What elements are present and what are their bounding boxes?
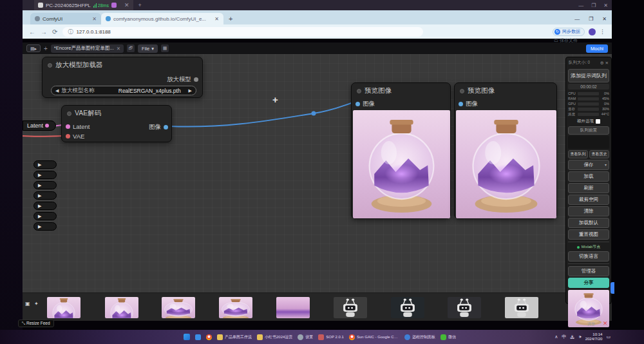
feed-thumbnail[interactable] bbox=[219, 297, 252, 318]
node-vae-decode[interactable]: VAE解码 Latent VAE 图像 bbox=[61, 105, 172, 142]
taskbar-app[interactable]: 远程控制面板 bbox=[404, 334, 435, 340]
feed-thumbnail[interactable] bbox=[391, 297, 424, 318]
feed-thumbnail[interactable] bbox=[334, 297, 367, 318]
clear-button[interactable]: 清除 bbox=[568, 206, 609, 216]
node-header[interactable]: VAE解码 bbox=[62, 106, 171, 120]
chevron-down-icon[interactable]: ▾ bbox=[605, 162, 607, 167]
taskbar-clock[interactable]: 10:14 2024/7/20 bbox=[585, 332, 603, 341]
network-icon[interactable]: 🖧 bbox=[570, 335, 574, 339]
load-default-button[interactable]: 加载默认 bbox=[568, 218, 609, 228]
minimize-icon[interactable]: — bbox=[574, 16, 580, 22]
view-queue-button[interactable]: 查看队列 bbox=[568, 150, 588, 158]
collapsed-node-stub[interactable]: ▶ bbox=[33, 212, 57, 220]
profile-avatar[interactable] bbox=[589, 28, 596, 35]
new-tab-button[interactable]: + bbox=[229, 15, 232, 23]
start-button[interactable] bbox=[184, 334, 190, 340]
output-upscale-model[interactable]: 放大模型 bbox=[167, 75, 198, 84]
output-dot-icon[interactable] bbox=[194, 77, 198, 82]
feed-star-icon[interactable]: ✦ bbox=[34, 301, 39, 307]
close-workflow-icon[interactable]: ✕ bbox=[117, 46, 120, 52]
input-image[interactable]: 图像 bbox=[459, 100, 478, 108]
output-image[interactable]: 图像 bbox=[149, 123, 168, 131]
clipspace-button[interactable]: 裁剪空间 bbox=[568, 195, 609, 205]
close-icon[interactable]: ✕ bbox=[603, 3, 608, 8]
collapsed-node-stub[interactable]: ▶ bbox=[33, 191, 57, 200]
collapse-dot-icon[interactable] bbox=[48, 63, 52, 68]
feed-thumbnail[interactable] bbox=[162, 297, 195, 318]
checkbox-icon[interactable] bbox=[596, 119, 600, 124]
node-header[interactable]: 预览图像 bbox=[352, 83, 450, 97]
new-session-button[interactable]: + bbox=[138, 2, 142, 8]
output-dot-icon[interactable] bbox=[164, 125, 168, 129]
browser-tab-active[interactable]: comfyanonymous.github.io/ComfyUI_e... ✕ bbox=[101, 13, 223, 24]
gear-icon[interactable]: ⚙ bbox=[600, 61, 604, 66]
feed-thumbnail[interactable] bbox=[105, 297, 138, 318]
mixlab-nodes-row[interactable]: Mixlab节点 bbox=[568, 244, 609, 250]
feed-grid-icon[interactable]: ▣ bbox=[25, 301, 30, 307]
output-dot-icon[interactable] bbox=[45, 124, 49, 128]
workflow-folder-button[interactable]: ▤▸ bbox=[26, 44, 41, 52]
reload-icon[interactable]: ⟳ bbox=[52, 28, 57, 35]
taskbar-folder[interactable]: 小红书2024运营 bbox=[257, 334, 292, 340]
feed-thumbnail[interactable] bbox=[47, 297, 80, 318]
load-button[interactable]: 加载 bbox=[568, 171, 609, 182]
node-preview-image-1[interactable]: 预览图像 图像 bbox=[351, 82, 451, 219]
feed-thumbnail[interactable] bbox=[276, 297, 310, 318]
next-arrow-icon[interactable]: ▶ bbox=[189, 88, 192, 93]
taskbar-chrome-window[interactable]: Sun GAIC - Google Chro bbox=[349, 334, 399, 340]
save-button[interactable]: 保存 ▾ bbox=[568, 160, 609, 170]
remote-session-tab[interactable]: PC-20240625HFPL 28ms ✕ bbox=[34, 0, 133, 10]
upscale-model-name-widget[interactable]: ◀ 放大模型名称 RealESRGAN_x4plus.pth ▶ bbox=[51, 86, 196, 95]
node-header[interactable]: 放大模型加载器 bbox=[43, 57, 202, 72]
extra-options-row[interactable]: 额外选项 bbox=[568, 119, 609, 124]
forward-icon[interactable]: → bbox=[41, 28, 47, 35]
save-workflow-icon[interactable]: 🗗 bbox=[127, 44, 135, 52]
input-dot-icon[interactable] bbox=[66, 124, 70, 129]
prev-arrow-icon[interactable]: ◀ bbox=[55, 88, 59, 93]
input-vae[interactable]: VAE bbox=[66, 133, 84, 140]
notification-icon[interactable]: ▭ bbox=[606, 334, 611, 339]
taskbar-settings[interactable]: 设置 bbox=[298, 334, 313, 340]
feed-thumbnail[interactable] bbox=[505, 297, 538, 318]
input-dot-icon[interactable] bbox=[355, 102, 360, 106]
workflow-tab[interactable]: *Encore产品单图特定单图... ✕ bbox=[51, 44, 124, 53]
collapse-dot-icon[interactable] bbox=[460, 89, 464, 93]
new-workflow-button[interactable]: + bbox=[44, 45, 48, 52]
language-indicator[interactable]: 中 bbox=[562, 334, 566, 340]
refresh-button[interactable]: 刷新 bbox=[568, 183, 609, 193]
browser-tab-comfyui[interactable]: ComfyUI ✕ bbox=[30, 13, 101, 24]
maximize-icon[interactable]: ❐ bbox=[591, 3, 596, 8]
volume-icon[interactable]: 🕩 bbox=[578, 334, 581, 339]
sync-button[interactable]: ↻ 同步数据 bbox=[553, 28, 585, 36]
collapsed-node-stub[interactable]: ▶ bbox=[33, 171, 57, 179]
collapse-dot-icon[interactable] bbox=[357, 89, 361, 93]
view-history-button[interactable]: 查看历史 bbox=[589, 150, 609, 158]
sidebar-drag-handle[interactable] bbox=[611, 282, 614, 294]
node-upscale-model-loader[interactable]: 放大模型加载器 放大模型 ◀ 放大模型名称 RealESRGAN_x4plus.… bbox=[42, 57, 203, 98]
close-session-icon[interactable]: ✕ bbox=[124, 2, 129, 8]
taskbar-folder[interactable]: 产品单图工作流 bbox=[217, 334, 252, 340]
share-button[interactable]: 分享 bbox=[568, 278, 609, 288]
mochi-button[interactable]: Mochi bbox=[586, 44, 608, 53]
latent-reroute-stub[interactable]: Latent bbox=[23, 120, 56, 131]
file-menu-button[interactable]: File ▾ bbox=[138, 44, 158, 53]
input-dot-icon[interactable] bbox=[66, 134, 70, 139]
queue-front-button[interactable]: 队列前置 bbox=[568, 126, 609, 135]
switch-language-button[interactable]: 切换语言 bbox=[568, 251, 609, 262]
address-bar[interactable]: ⓘ 127.0.0.1:8188 bbox=[62, 27, 423, 37]
input-dot-icon[interactable] bbox=[459, 102, 463, 106]
collapsed-node-stub[interactable]: ▶ bbox=[33, 181, 57, 189]
back-icon[interactable]: ← bbox=[29, 28, 35, 35]
collapsed-node-stub[interactable]: ▶ bbox=[33, 202, 57, 210]
close-feed-icon[interactable]: ✕ bbox=[603, 320, 608, 327]
reset-view-button[interactable]: 重置视图 bbox=[568, 229, 609, 240]
queue-prompt-button[interactable]: 添加提示词队列 bbox=[568, 69, 609, 82]
close-icon[interactable]: ✕ bbox=[605, 61, 609, 66]
minimize-icon[interactable]: — bbox=[578, 3, 583, 8]
feed-thumbnail[interactable] bbox=[448, 297, 481, 318]
close-tab-icon[interactable]: ✕ bbox=[92, 16, 97, 22]
collapsed-node-stub[interactable]: ▶ bbox=[33, 160, 57, 169]
taskbar-app[interactable] bbox=[206, 334, 212, 340]
taskbar-app[interactable]: SOP 2.0.1 bbox=[318, 334, 344, 340]
collapsed-node-stub[interactable]: ▶ bbox=[33, 222, 57, 231]
